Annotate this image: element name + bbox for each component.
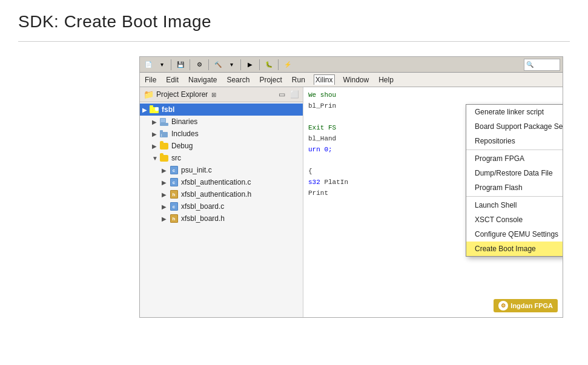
dropdown-item-create-boot-image[interactable]: Create Boot Image [466, 242, 563, 256]
tree-item-src[interactable]: ▼ src [140, 152, 303, 164]
code-editor: We shou bl_Prin Exit FS bl_Hand urn 0; {… [303, 87, 563, 317]
tree-item-auth-h[interactable]: ▶ h xfsbl_authentication.h [140, 188, 303, 200]
toolbar-row: 📄 ▾ 💾 ⚙ 🔨 ▾ ▶ 🐛 ⚡ 🔍 [140, 57, 563, 73]
sep4 [240, 59, 241, 70]
tree-label-auth-c: xfsbl_authentication.c [181, 178, 251, 186]
sep1 [171, 59, 171, 70]
watermark: ⚙ Ingdan FPGA [494, 299, 558, 312]
tree-item-board-h[interactable]: ▶ h xfsbl_board.h [140, 212, 303, 225]
tree-item-includes[interactable]: ▶ i Includes [140, 128, 303, 140]
debug-btn[interactable]: 🐛 [263, 59, 275, 71]
new-btn[interactable]: 📄 [142, 59, 154, 71]
build-btn[interactable]: 🔨 [212, 59, 224, 71]
ide-content: 📁 Project Explorer ⊠ ▭ ⬜ ▶ 3 [140, 87, 563, 317]
settings-btn[interactable]: ⚙ [193, 59, 205, 71]
dropdown-item-launch-shell[interactable]: Launch Shell [466, 198, 563, 212]
screenshot-container: 📄 ▾ 💾 ⚙ 🔨 ▾ ▶ 🐛 ⚡ 🔍 File Edit Navigate S… [139, 56, 563, 318]
svg-rect-6 [160, 119, 165, 122]
expand-arrow-binaries: ▶ [152, 119, 159, 125]
tree-item-psu-init-c[interactable]: ▶ c psu_init.c [140, 164, 303, 176]
dropdown-item-program-fpga[interactable]: Program FPGA [466, 151, 563, 166]
page-title: SDK: Create Boot Image [18, 12, 570, 31]
tree-item-auth-c[interactable]: ▶ c xfsbl_authentication.c [140, 176, 303, 188]
sep3 [208, 59, 209, 70]
sep2 [190, 59, 190, 70]
project-explorer-panel: 📁 Project Explorer ⊠ ▭ ⬜ ▶ 3 [140, 87, 303, 317]
expand-arrow-board-h: ▶ [162, 215, 169, 222]
expand-arrow-includes: ▶ [152, 131, 159, 137]
svg-rect-8 [160, 130, 163, 133]
menu-search[interactable]: Search [225, 75, 251, 85]
menu-edit[interactable]: Edit [165, 75, 180, 85]
extra-btn[interactable]: ⚡ [282, 59, 294, 71]
menu-bar: File Edit Navigate Search Project Run Xi… [140, 73, 563, 87]
watermark-icon: ⚙ [498, 301, 508, 311]
h-file-icon-board: h [169, 214, 179, 223]
menu-file[interactable]: File [144, 75, 157, 85]
tree-items: ▶ 3 fsbl ▶ [140, 102, 303, 226]
c-file-icon-psu: c [169, 165, 179, 175]
svg-rect-1 [150, 105, 153, 108]
h-file-icon-auth: h [169, 189, 179, 199]
build-dropdown[interactable]: ▾ [225, 59, 237, 71]
expand-arrow-fsbl: ▶ [142, 107, 150, 113]
panel-title: Project Explorer [156, 90, 208, 99]
tree-label-psu-init-c: psu_init.c [181, 166, 212, 174]
svg-point-3 [155, 107, 159, 111]
xilinx-dropdown-menu: Generate linker script Board Support Pac… [466, 104, 563, 257]
tree-label-debug: Debug [171, 142, 193, 150]
save-btn[interactable]: 💾 [174, 59, 187, 71]
dropdown-item-dump-restore[interactable]: Dump/Restore Data File [466, 166, 563, 180]
search-field[interactable]: 🔍 [524, 59, 560, 71]
src-folder-icon [159, 153, 169, 163]
title-divider [18, 41, 570, 42]
panel-header: 📁 Project Explorer ⊠ ▭ ⬜ [140, 87, 303, 102]
tree-label-board-h: xfsbl_board.h [181, 214, 225, 223]
debug-folder-icon [159, 141, 169, 151]
tree-item-debug[interactable]: ▶ Debug [140, 140, 303, 152]
expand-arrow-src: ▼ [152, 155, 159, 162]
code-line-1: We shou [308, 90, 558, 100]
tree-item-board-c[interactable]: ▶ c xfsbl_board.c [140, 200, 303, 212]
sep5 [259, 59, 260, 70]
tree-item-fsbl[interactable]: ▶ 3 fsbl [140, 104, 303, 116]
dropdown-item-configure-qemu[interactable]: Configure QEMU Settings [466, 227, 563, 242]
expand-arrow-auth-c: ▶ [162, 179, 169, 186]
tree-label-includes: Includes [171, 130, 199, 138]
project-icon: 3 [150, 105, 159, 114]
c-file-icon-board: c [169, 202, 179, 211]
menu-project[interactable]: Project [258, 75, 283, 85]
tree-label-binaries: Binaries [171, 117, 197, 126]
maximize-btn[interactable]: ⬜ [290, 90, 299, 99]
dropdown-item-program-flash[interactable]: Program Flash [466, 180, 563, 195]
expand-arrow-debug: ▶ [152, 143, 159, 150]
dropdown-divider-1 [466, 150, 563, 150]
expand-arrow-psu: ▶ [162, 167, 169, 174]
tree-label-src: src [171, 154, 181, 162]
expand-arrow-board-c: ▶ [162, 203, 169, 210]
svg-rect-5 [160, 123, 168, 126]
menu-run[interactable]: Run [291, 75, 306, 85]
minimize-btn[interactable]: ▭ [279, 90, 285, 99]
menu-xilinx[interactable]: Xilinx [314, 74, 335, 85]
menu-navigate[interactable]: Navigate [187, 75, 218, 85]
sep6 [278, 59, 279, 70]
dropdown-arrow[interactable]: ▾ [156, 59, 168, 71]
run-btn[interactable]: ▶ [244, 59, 256, 71]
dropdown-item-xsct-console[interactable]: XSCT Console [466, 212, 563, 227]
dropdown-item-bsp-settings[interactable]: Board Support Package Settings [466, 119, 563, 134]
expand-arrow-auth-h: ▶ [162, 191, 169, 198]
c-file-icon-auth: c [169, 177, 179, 187]
watermark-text: Ingdan FPGA [510, 302, 553, 309]
menu-help[interactable]: Help [377, 75, 395, 85]
dropdown-item-repositories[interactable]: Repositories [466, 134, 563, 148]
includes-icon: i [159, 129, 169, 139]
svg-text:3: 3 [151, 108, 154, 113]
tree-label-fsbl: fsbl [162, 105, 174, 114]
tree-label-auth-h: xfsbl_authentication.h [181, 190, 251, 199]
tree-item-binaries[interactable]: ▶ Binaries [140, 116, 303, 128]
menu-window[interactable]: Window [342, 75, 371, 85]
dropdown-divider-2 [466, 196, 563, 197]
binaries-icon [159, 117, 169, 127]
dropdown-item-generate-linker[interactable]: Generate linker script [466, 105, 563, 119]
